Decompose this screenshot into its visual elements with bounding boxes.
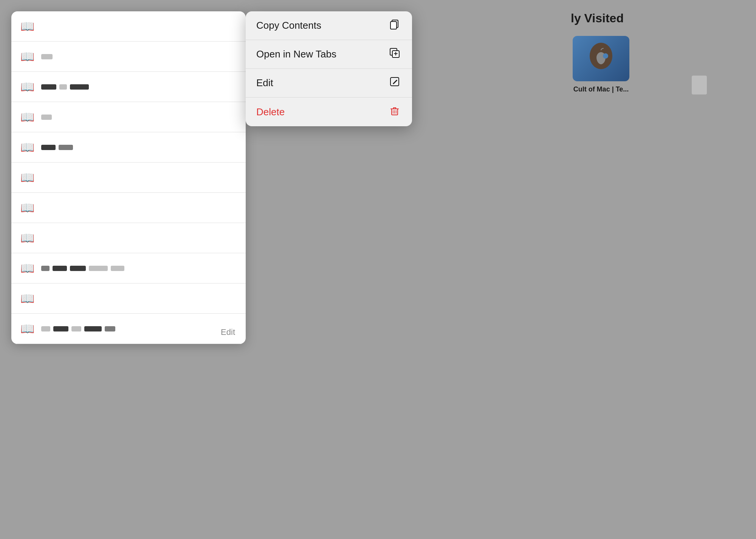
book-icon: 📖: [20, 141, 34, 154]
open-new-tabs-icon: [388, 47, 401, 61]
doc-thumb: [692, 76, 707, 94]
copy-contents-icon: [388, 19, 401, 33]
bookmark-row[interactable]: 📖: [11, 193, 246, 223]
text-preview: [84, 326, 102, 331]
freq-thumb-cult-of-mac[interactable]: [573, 36, 629, 81]
freq-item-label: Cult of Mac | Te...: [573, 85, 629, 94]
book-icon: 📖: [20, 201, 34, 214]
delete-menu-item[interactable]: Delete: [246, 98, 412, 126]
book-icon: 📖: [20, 292, 34, 305]
right-panel: ly Visited Cult of Mac | Te...: [571, 11, 745, 94]
book-icon: 📖: [20, 20, 34, 33]
text-preview: [53, 266, 67, 271]
text-preview: [59, 84, 67, 90]
text-preview: [71, 326, 81, 331]
edit-menu-item[interactable]: Edit: [246, 69, 412, 98]
bookmark-row[interactable]: 📖: [11, 42, 246, 72]
book-icon: 📖: [20, 262, 34, 275]
bookmark-row[interactable]: 📖: [11, 223, 246, 253]
bookmark-row[interactable]: 📖: [11, 11, 246, 42]
svg-point-16: [603, 53, 608, 59]
book-icon: 📖: [20, 171, 34, 184]
text-preview: [105, 326, 115, 331]
delete-label: Delete: [256, 106, 285, 118]
bookmark-row[interactable]: 📖: [11, 102, 246, 132]
text-preview: [111, 266, 124, 271]
open-new-tabs-label: Open in New Tabs: [256, 48, 336, 60]
text-preview: [89, 266, 108, 271]
book-icon: 📖: [20, 50, 34, 63]
text-preview: [59, 145, 73, 150]
text-preview: [41, 326, 50, 331]
text-preview: [70, 84, 89, 90]
text-preview: [41, 54, 53, 59]
copy-contents-label: Copy Contents: [256, 20, 321, 31]
open-new-tabs-menu-item[interactable]: Open in New Tabs: [246, 40, 412, 69]
text-preview: [41, 115, 52, 120]
bookmarks-panel: 📖 📖 📖 📖 📖 📖 📖 📖 📖: [11, 11, 246, 344]
context-menu: Copy Contents Open in New Tabs Edit: [246, 11, 412, 126]
book-icon: 📖: [20, 322, 34, 335]
bookmark-row[interactable]: 📖: [11, 253, 246, 283]
edit-icon: [388, 76, 401, 90]
edit-button[interactable]: Edit: [221, 327, 235, 337]
bookmark-row[interactable]: 📖: [11, 72, 246, 102]
text-preview: [41, 84, 56, 90]
text-preview: [70, 266, 86, 271]
text-preview: [41, 145, 56, 150]
book-icon: 📖: [20, 231, 34, 245]
freq-title: ly Visited: [571, 11, 624, 25]
text-preview: [53, 326, 68, 331]
bookmark-row[interactable]: 📖: [11, 163, 246, 193]
copy-contents-menu-item[interactable]: Copy Contents: [246, 11, 412, 40]
text-preview: [41, 266, 50, 271]
book-icon: 📖: [20, 110, 34, 124]
bookmark-row[interactable]: 📖: [11, 283, 246, 314]
bookmark-row[interactable]: 📖: [11, 314, 246, 344]
book-icon: 📖: [20, 80, 34, 93]
bookmark-row[interactable]: 📖: [11, 132, 246, 163]
svg-rect-1: [390, 22, 397, 29]
edit-label: Edit: [256, 77, 273, 89]
delete-icon: [388, 105, 401, 119]
